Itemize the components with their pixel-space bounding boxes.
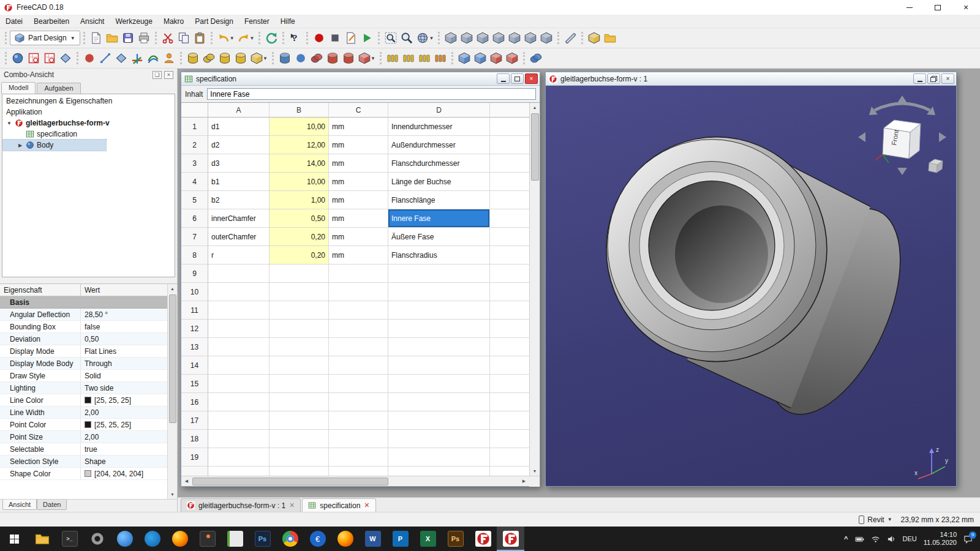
row-header[interactable]: 16 [181, 393, 208, 411]
taskbar-app-freecad-active[interactable] [497, 527, 524, 551]
rotate-left-arrow[interactable] [858, 132, 865, 142]
view-isometric-button[interactable] [443, 30, 459, 46]
refresh-button[interactable] [263, 30, 279, 46]
sheet-cell[interactable]: d2 [208, 136, 270, 154]
workbench-selector[interactable]: Part Design ▼ [10, 31, 80, 45]
sheet-cell[interactable] [329, 338, 388, 356]
tab-spreadsheet-document[interactable]: specification ✕ [302, 498, 375, 512]
toolbar-grip[interactable] [272, 52, 274, 64]
sheet-cell[interactable] [490, 136, 529, 154]
datum-plane-button[interactable] [113, 50, 129, 66]
sheet-cell[interactable] [208, 301, 270, 320]
menu-bearbeiten[interactable]: Bearbeiten [28, 15, 75, 28]
scroll-right-icon[interactable]: ▶ [519, 476, 529, 487]
sheet-cell[interactable] [490, 154, 529, 173]
sheet-cell[interactable] [208, 448, 270, 467]
create-group-button[interactable] [602, 30, 618, 46]
window-minimize-button[interactable] [497, 73, 510, 84]
taskbar-app-excel[interactable]: X [414, 527, 442, 551]
sheet-cell[interactable]: mm [329, 191, 388, 209]
macro-record-button[interactable] [311, 30, 327, 46]
subtractive-loft-button[interactable] [325, 50, 341, 66]
sheet-cell[interactable] [490, 356, 529, 375]
sheet-cell[interactable] [208, 283, 270, 301]
menu-fenster[interactable]: Fenster [239, 15, 275, 28]
sheet-cell[interactable]: mm [329, 246, 388, 264]
sheet-cell[interactable] [388, 411, 490, 430]
toolbar-grip[interactable] [380, 52, 382, 64]
sheet-cell[interactable] [490, 467, 529, 476]
menu-ansicht[interactable]: Ansicht [75, 15, 110, 28]
sheet-cell[interactable] [490, 228, 529, 246]
taskbar-app-explorer[interactable] [28, 527, 56, 551]
create-sketch-button[interactable] [26, 50, 42, 66]
local-cs-button[interactable] [129, 50, 145, 66]
toolbar-grip[interactable] [438, 32, 440, 44]
navigation-style-selector[interactable]: Revit ▼ [859, 515, 892, 524]
sheet-cell[interactable] [329, 320, 388, 338]
scroll-up-icon[interactable]: ▲ [170, 284, 175, 293]
battery-icon[interactable] [855, 534, 864, 544]
row-header[interactable]: 15 [181, 375, 208, 393]
prop-value[interactable]: Through [81, 358, 167, 369]
additive-primitive-dropdown[interactable]: ▼ [263, 56, 268, 61]
tree-item-spreadsheet[interactable]: specification [2, 129, 175, 140]
collapse-icon[interactable]: ▼ [6, 121, 12, 126]
linear-pattern-button[interactable] [401, 50, 417, 66]
tree-item-body[interactable]: ▶ Body [2, 140, 106, 151]
taskbar-app-settings[interactable] [83, 527, 111, 551]
sheet-cell[interactable] [388, 448, 490, 467]
groove-button[interactable] [309, 50, 325, 66]
toolbar-grip[interactable] [451, 52, 453, 64]
sheet-cell[interactable] [270, 301, 329, 320]
rotate-down-arrow[interactable] [897, 168, 907, 175]
sheet-cell[interactable] [490, 411, 529, 430]
menu-datei[interactable]: Datei [0, 15, 28, 28]
row-header[interactable]: 17 [181, 411, 208, 430]
scrollbar-thumb[interactable] [169, 294, 176, 423]
rotate-up-arrow[interactable] [897, 96, 907, 103]
menu-partdesign[interactable]: Part Design [189, 15, 239, 28]
taskbar-app-terminal[interactable]: >_ [56, 527, 83, 551]
taskbar-app-freecad[interactable] [469, 527, 497, 551]
sheet-cell[interactable]: Äußere Fase [388, 228, 490, 246]
col-header-E[interactable] [490, 103, 529, 118]
sheet-cell[interactable] [490, 118, 529, 136]
sheet-cell[interactable]: mm [329, 173, 388, 191]
sheet-cell[interactable]: Außendurchmesser [388, 136, 490, 154]
window-close-button[interactable]: × [941, 73, 954, 84]
draft-button[interactable] [488, 50, 504, 66]
sheet-cell[interactable] [270, 393, 329, 411]
toolbar-grip[interactable] [155, 32, 157, 44]
sheet-cell[interactable] [270, 320, 329, 338]
sheet-cell[interactable] [490, 209, 529, 228]
menu-werkzeuge[interactable]: Werkzeuge [110, 15, 157, 28]
sheet-cell[interactable] [388, 264, 490, 283]
toolbar-grip[interactable] [211, 32, 213, 44]
taskbar-app-firefox[interactable] [166, 527, 194, 551]
toolbar-grip[interactable] [523, 52, 525, 64]
sheet-cell[interactable] [388, 375, 490, 393]
sheet-cell[interactable]: Flanschlänge [388, 191, 490, 209]
sheet-cell[interactable] [490, 191, 529, 209]
maximize-button[interactable] [924, 0, 952, 15]
sheet-cell[interactable]: Innendurchmesser [388, 118, 490, 136]
toolbar-grip[interactable] [180, 52, 182, 64]
toolbar-grip[interactable] [282, 32, 284, 44]
view-top-button[interactable] [475, 30, 491, 46]
tree-item-document[interactable]: ▼ gleitlagerbuchse-form-v [2, 118, 175, 129]
row-header[interactable]: 13 [181, 338, 208, 356]
toolbar-grip[interactable] [83, 32, 85, 44]
sheet-cell[interactable] [388, 393, 490, 411]
hole-button[interactable] [293, 50, 309, 66]
menu-makro[interactable]: Makro [158, 15, 189, 28]
view-rear-button[interactable] [507, 30, 522, 46]
window-restore-button[interactable] [927, 73, 940, 84]
spreadsheet-window-titlebar[interactable]: specification × [181, 72, 540, 86]
sheet-cell[interactable] [208, 338, 270, 356]
mirrored-button[interactable] [385, 50, 401, 66]
sheet-cell[interactable] [329, 430, 388, 448]
sheet-cell[interactable]: outerChamfer [208, 228, 270, 246]
sheet-cell[interactable] [490, 430, 529, 448]
sheet-cell[interactable]: 14,00 [270, 154, 329, 173]
